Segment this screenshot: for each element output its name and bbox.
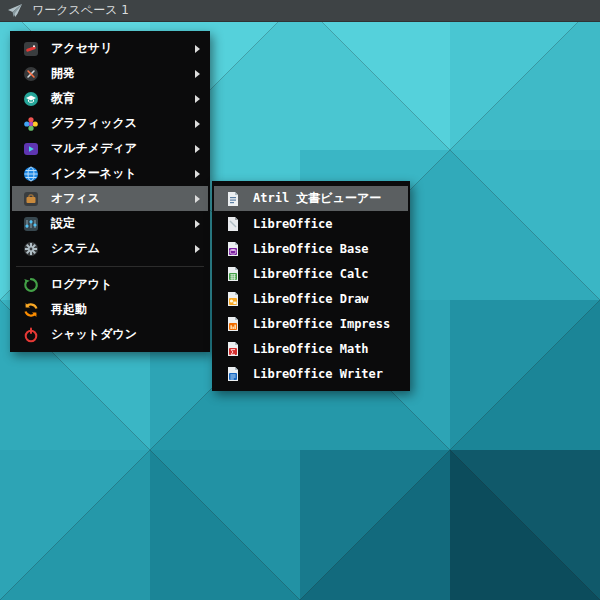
restart-icon <box>23 302 39 318</box>
taskbar[interactable]: ワークスペース 1 <box>0 0 600 22</box>
menu-item-development[interactable]: 開発 <box>12 61 208 86</box>
submenu-item-atril[interactable]: Atril 文書ビューアー <box>214 186 408 211</box>
submenu-item-libreoffice-draw[interactable]: LibreOffice Draw <box>214 286 408 311</box>
menu-item-label: オフィス <box>51 190 100 207</box>
submenu-arrow-icon <box>195 45 200 53</box>
submenu-item-libreoffice-math[interactable]: LibreOffice Math <box>214 336 408 361</box>
submenu-item-label: LibreOffice <box>253 217 332 231</box>
menu-item-label: 再起動 <box>51 301 87 318</box>
libreoffice-base-icon <box>225 241 241 257</box>
submenu-arrow-icon <box>195 70 200 78</box>
menu-item-label: グラフィックス <box>51 115 137 132</box>
menu-item-label: シャットダウン <box>51 326 137 343</box>
submenu-item-libreoffice[interactable]: LibreOffice <box>214 211 408 236</box>
menu-item-label: アクセサリ <box>51 40 112 57</box>
libreoffice-writer-icon <box>225 366 241 382</box>
submenu-item-libreoffice-writer[interactable]: LibreOffice Writer <box>214 361 408 386</box>
libreoffice-calc-icon <box>225 266 241 282</box>
submenu-arrow-icon <box>195 170 200 178</box>
menu-item-internet[interactable]: インターネット <box>12 161 208 186</box>
menu-item-shutdown[interactable]: シャットダウン <box>12 322 208 347</box>
submenu-arrow-icon <box>195 120 200 128</box>
internet-icon <box>23 166 39 182</box>
submenu-item-label: LibreOffice Base <box>253 242 369 256</box>
menu-item-graphics[interactable]: グラフィックス <box>12 111 208 136</box>
menu-item-restart[interactable]: 再起動 <box>12 297 208 322</box>
libreoffice-icon <box>225 216 241 232</box>
atril-icon <box>225 191 241 207</box>
menu-item-logout[interactable]: ログアウト <box>12 272 208 297</box>
workspace-label: ワークスペース 1 <box>32 2 129 19</box>
submenu-item-label: LibreOffice Math <box>253 342 369 356</box>
menu-item-multimedia[interactable]: マルチメディア <box>12 136 208 161</box>
menu-item-label: インターネット <box>51 165 137 182</box>
menu-item-label: 開発 <box>51 65 75 82</box>
graphics-icon <box>23 116 39 132</box>
logout-icon <box>23 277 39 293</box>
libreoffice-math-icon <box>225 341 241 357</box>
menu-item-label: マルチメディア <box>51 140 137 157</box>
menu-item-system[interactable]: システム <box>12 236 208 261</box>
menu-item-label: ログアウト <box>51 276 112 293</box>
settings-icon <box>23 216 39 232</box>
development-icon <box>23 66 39 82</box>
submenu-item-libreoffice-calc[interactable]: LibreOffice Calc <box>214 261 408 286</box>
menu-separator <box>16 266 204 267</box>
submenu-arrow-icon <box>195 95 200 103</box>
submenu-item-libreoffice-base[interactable]: LibreOffice Base <box>214 236 408 261</box>
paper-plane-icon <box>7 3 23 19</box>
submenu-item-label: LibreOffice Impress <box>253 317 390 331</box>
accessories-icon <box>23 41 39 57</box>
menu-item-settings[interactable]: 設定 <box>12 211 208 236</box>
application-menu: アクセサリ 開発 教育 グラフィックス <box>10 31 210 352</box>
submenu-item-libreoffice-impress[interactable]: LibreOffice Impress <box>214 311 408 336</box>
submenu-arrow-icon <box>195 245 200 253</box>
menu-item-accessories[interactable]: アクセサリ <box>12 36 208 61</box>
desktop: ワークスペース 1 アクセサリ 開発 教育 <box>0 0 600 600</box>
shutdown-icon <box>23 327 39 343</box>
submenu-item-label: LibreOffice Calc <box>253 267 369 281</box>
libreoffice-draw-icon <box>225 291 241 307</box>
system-icon <box>23 241 39 257</box>
libreoffice-impress-icon <box>225 316 241 332</box>
office-icon <box>23 191 39 207</box>
menu-item-education[interactable]: 教育 <box>12 86 208 111</box>
submenu-item-label: LibreOffice Writer <box>253 367 383 381</box>
menu-item-office[interactable]: オフィス <box>12 186 208 211</box>
multimedia-icon <box>23 141 39 157</box>
submenu-item-label: Atril 文書ビューアー <box>253 190 381 207</box>
submenu-arrow-icon <box>195 220 200 228</box>
education-icon <box>23 91 39 107</box>
menu-item-label: 設定 <box>51 215 75 232</box>
submenu-arrow-icon <box>195 195 200 203</box>
submenu-item-label: LibreOffice Draw <box>253 292 369 306</box>
submenu-arrow-icon <box>195 145 200 153</box>
menu-item-label: 教育 <box>51 90 75 107</box>
menu-item-label: システム <box>51 240 100 257</box>
office-submenu: Atril 文書ビューアー LibreOffice LibreOffice Ba… <box>212 181 410 391</box>
